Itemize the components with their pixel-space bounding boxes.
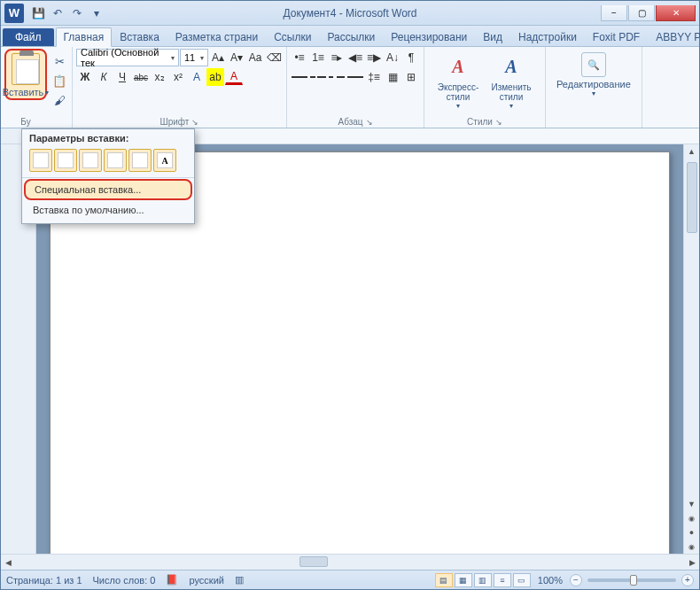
paste-dropdown-menu: Параметры вставки: A Специальная вставка… (21, 128, 195, 224)
qat-customize-button[interactable]: ▾ (88, 4, 105, 22)
ribbon: Вставить▾ Бу ✂ 📋 🖌 Calibri (Основной тек… (1, 47, 699, 128)
close-button[interactable]: ✕ (656, 5, 696, 21)
scroll-right-button[interactable]: ▶ (685, 555, 699, 570)
save-button[interactable]: 💾 (29, 4, 47, 22)
zoom-level[interactable]: 100% (538, 575, 563, 586)
line-spacing-button[interactable]: ‡≡ (365, 68, 383, 86)
quick-styles-button[interactable]: A Экспресс-стили▾ (433, 52, 483, 110)
page-status[interactable]: Страница: 1 из 1 (6, 575, 82, 586)
copy-button[interactable]: 📋 (51, 72, 68, 89)
shrink-font-button[interactable]: A▾ (228, 49, 245, 66)
zoom-out-button[interactable]: − (570, 574, 582, 586)
paste-merge-format-button[interactable] (54, 149, 77, 172)
binoculars-icon: 🔍 (581, 52, 606, 77)
numbering-button[interactable]: 1≡ (309, 49, 327, 66)
justify-button[interactable] (346, 68, 364, 86)
print-layout-view-button[interactable]: ▤ (435, 573, 453, 587)
shading-button[interactable]: ▦ (384, 68, 401, 86)
styles-group: A Экспресс-стили▾ A Изменить стили▾ Стил… (424, 47, 546, 128)
font-dialog-launcher[interactable]: ↘ (191, 118, 198, 127)
vertical-scrollbar[interactable]: ▲ ▼ ◉ ● ◉ (683, 144, 699, 554)
scroll-down-button[interactable]: ▼ (685, 497, 699, 511)
tab-home[interactable]: Главная (56, 27, 113, 47)
web-view-button[interactable]: ▥ (474, 573, 492, 587)
statusbar: Страница: 1 из 1 Число слов: 0 📕 русский… (1, 570, 699, 589)
grow-font-button[interactable]: A▴ (209, 49, 227, 66)
horizontal-scrollbar[interactable]: ◀ ▶ (1, 554, 699, 570)
file-tab[interactable]: Файл (3, 28, 54, 46)
hscroll-thumb[interactable] (299, 556, 328, 567)
multilevel-button[interactable]: ≡▸ (328, 49, 346, 66)
font-color-button[interactable]: A (225, 70, 243, 85)
clipboard-side-buttons: ✂ 📋 🖌 (51, 49, 68, 128)
zoom-in-button[interactable]: + (681, 574, 694, 586)
window-controls: − ▢ ✕ (601, 5, 699, 21)
draft-view-button[interactable]: ▭ (513, 573, 531, 587)
tab-references[interactable]: Ссылки (266, 27, 319, 46)
tab-view[interactable]: Вид (475, 27, 510, 46)
spellcheck-status[interactable]: 📕 (166, 574, 178, 586)
word-count-status[interactable]: Число слов: 0 (93, 575, 156, 586)
undo-button[interactable]: ↶ (49, 4, 66, 22)
paragraph-dialog-launcher[interactable]: ↘ (366, 118, 373, 127)
prev-page-button[interactable]: ◉ (685, 511, 699, 525)
format-painter-button[interactable]: 🖌 (51, 91, 68, 109)
paste-keep-source-button[interactable] (29, 149, 52, 172)
tab-insert[interactable]: Вставка (112, 27, 167, 46)
minimize-button[interactable]: − (601, 5, 627, 21)
zoom-handle[interactable] (630, 575, 637, 586)
cut-button[interactable]: ✂ (51, 52, 68, 70)
styles-dialog-launcher[interactable]: ↘ (495, 118, 502, 127)
scroll-thumb[interactable] (687, 162, 697, 233)
reading-view-button[interactable]: ▦ (455, 573, 472, 587)
bold-button[interactable]: Ж (76, 68, 94, 86)
tab-layout[interactable]: Разметка страни (167, 27, 266, 46)
clear-format-button[interactable]: ⌫ (265, 49, 283, 66)
insert-mode-status[interactable]: ▥ (235, 574, 244, 586)
increase-indent-button[interactable]: ≡▶ (365, 49, 383, 66)
change-styles-button[interactable]: A Изменить стили▾ (486, 52, 536, 110)
sort-button[interactable]: A↓ (384, 49, 401, 66)
scroll-up-button[interactable]: ▲ (685, 144, 699, 159)
align-right-button[interactable] (328, 68, 346, 86)
tab-addins[interactable]: Надстройки (510, 27, 585, 46)
font-size-combo[interactable]: 11▾ (180, 49, 208, 66)
redo-button[interactable]: ↷ (68, 4, 86, 22)
tab-foxit[interactable]: Foxit PDF (585, 27, 648, 46)
next-page-button[interactable]: ◉ (685, 540, 699, 554)
change-case-button[interactable]: Aa (246, 49, 264, 66)
text-effects-button[interactable]: A (188, 68, 206, 86)
superscript-button[interactable]: x² (169, 68, 187, 86)
strike-button[interactable]: abc (132, 68, 150, 86)
align-center-button[interactable] (309, 68, 327, 86)
paste-use-dest-button[interactable] (79, 149, 102, 172)
browse-object-button[interactable]: ● (685, 525, 699, 540)
tab-review[interactable]: Рецензировани (383, 27, 475, 46)
align-left-button[interactable] (291, 68, 308, 86)
borders-button[interactable]: ⊞ (402, 68, 420, 86)
maximize-button[interactable]: ▢ (628, 5, 655, 21)
scroll-left-button[interactable]: ◀ (1, 555, 15, 570)
paste-link-button[interactable] (104, 149, 127, 172)
outline-view-button[interactable]: ≡ (494, 573, 511, 587)
font-name-combo[interactable]: Calibri (Основной тек▾ (76, 49, 179, 66)
zoom-slider[interactable] (587, 578, 676, 582)
editing-button[interactable]: 🔍 Редактирование▾ (549, 49, 638, 97)
tab-abbyy[interactable]: ABBYY PDF Trans (648, 27, 700, 46)
paste-picture-button[interactable] (128, 149, 152, 172)
subscript-button[interactable]: x₂ (151, 68, 168, 86)
highlight-button[interactable]: ab (206, 68, 224, 86)
paste-special-menuitem[interactable]: Специальная вставка... (24, 179, 192, 200)
app-icon: W (4, 4, 24, 23)
paste-default-menuitem[interactable]: Вставка по умолчанию... (24, 201, 192, 219)
underline-button[interactable]: Ч (113, 68, 131, 86)
styles-group-label: Стили ↘ (428, 116, 541, 128)
language-status[interactable]: русский (189, 575, 223, 586)
decrease-indent-button[interactable]: ◀≡ (346, 49, 364, 66)
paste-text-only-button[interactable]: A (153, 149, 176, 172)
bullets-button[interactable]: •≡ (291, 49, 308, 66)
italic-button[interactable]: К (95, 68, 113, 86)
show-marks-button[interactable]: ¶ (402, 49, 420, 66)
tab-mailings[interactable]: Рассылки (319, 27, 383, 46)
paste-split-button[interactable]: Вставить▾ (4, 49, 47, 100)
